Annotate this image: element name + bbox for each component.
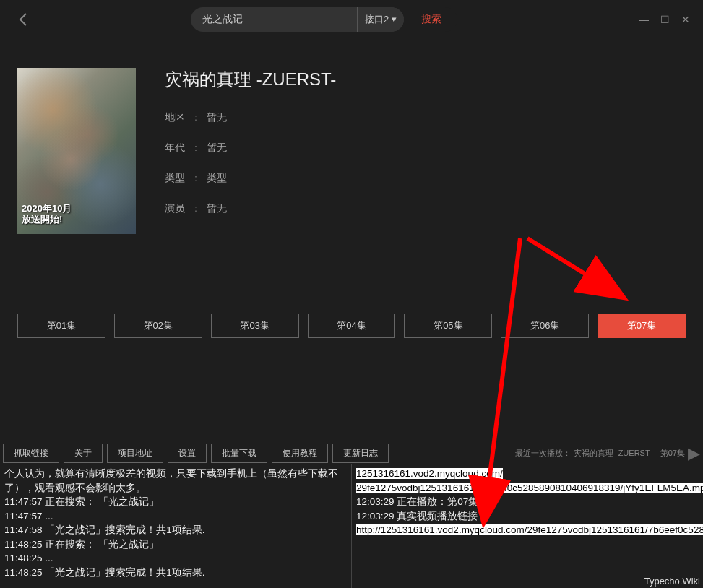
log-line: 11:47:57 ... xyxy=(4,509,347,524)
toolbar-button[interactable]: 关于 xyxy=(64,444,103,463)
media-title: 灾祸的真理 -ZUERST- xyxy=(165,68,686,91)
episode-button-6[interactable]: 第06集 xyxy=(501,314,589,338)
toolbar-button[interactable]: 使用教程 xyxy=(272,444,328,463)
episode-button-2[interactable]: 第02集 xyxy=(114,314,202,338)
episode-button-1[interactable]: 第01集 xyxy=(17,314,105,338)
episode-list: 第01集第02集第03集第04集第05集第06集第07集 xyxy=(17,314,686,338)
toolbar-button[interactable]: 项目地址 xyxy=(107,444,163,463)
search-input[interactable] xyxy=(191,14,357,25)
play-icon[interactable]: ▶ xyxy=(688,444,700,463)
log-right-panel: 1251316161.vod2.myqcloud.com/ 29fe1275vo… xyxy=(352,464,703,588)
episode-button-3[interactable]: 第03集 xyxy=(211,314,299,338)
toolbar-button[interactable]: 设置 xyxy=(168,444,207,463)
maximize-button[interactable]: ☐ xyxy=(660,14,670,25)
back-button[interactable] xyxy=(14,11,32,28)
meta-cast: 演员：暂无 xyxy=(165,202,686,215)
minimize-button[interactable]: — xyxy=(639,14,649,25)
poster-badge: 2020年10月 放送開始! xyxy=(22,203,72,225)
interface-select[interactable]: 接口2 ▾ xyxy=(357,7,404,32)
log-line: 个人认为，就算有清晰度极差的视频，只要下载到手机上（虽然有些下载不了），观看观感… xyxy=(4,467,347,495)
log-line: 11:48:25 正在搜索： 「光之战记」 xyxy=(4,537,347,552)
meta-region: 地区：暂无 xyxy=(165,111,686,124)
log-line: 11:47:58 「光之战记」搜索完成！共1项结果. xyxy=(4,523,347,537)
log-line: 11:48:25 ... xyxy=(4,551,347,566)
toolbar-button[interactable]: 抓取链接 xyxy=(3,444,59,463)
toolbar-button[interactable]: 更新日志 xyxy=(332,444,389,463)
log-left-panel: 个人认为，就算有清晰度极差的视频，只要下载到手机上（虽然有些下载不了），观看观感… xyxy=(0,464,352,588)
episode-button-7[interactable]: 第07集 xyxy=(598,314,686,338)
episode-button-5[interactable]: 第05集 xyxy=(404,314,492,338)
episode-button-4[interactable]: 第04集 xyxy=(308,314,396,338)
meta-type: 类型：类型 xyxy=(165,172,686,185)
search-button[interactable]: 搜索 xyxy=(405,7,457,32)
log-line: 11:47:57 正在搜索： 「光之战记」 xyxy=(4,495,347,509)
close-button[interactable]: ✕ xyxy=(681,14,690,25)
poster-image: 2020年10月 放送開始! xyxy=(17,68,136,234)
last-play-info: 最近一次播放： 灾祸的真理 -ZUERST- 第07集 ▶ xyxy=(515,444,700,463)
search-bar: 接口2 ▾ xyxy=(191,7,404,32)
watermark: Typecho.Wiki xyxy=(644,576,700,587)
meta-year: 年代：暂无 xyxy=(165,142,686,155)
toolbar-button[interactable]: 批量下载 xyxy=(211,444,267,463)
log-line: 11:48:25 「光之战记」搜索完成！共1项结果. xyxy=(4,566,347,580)
